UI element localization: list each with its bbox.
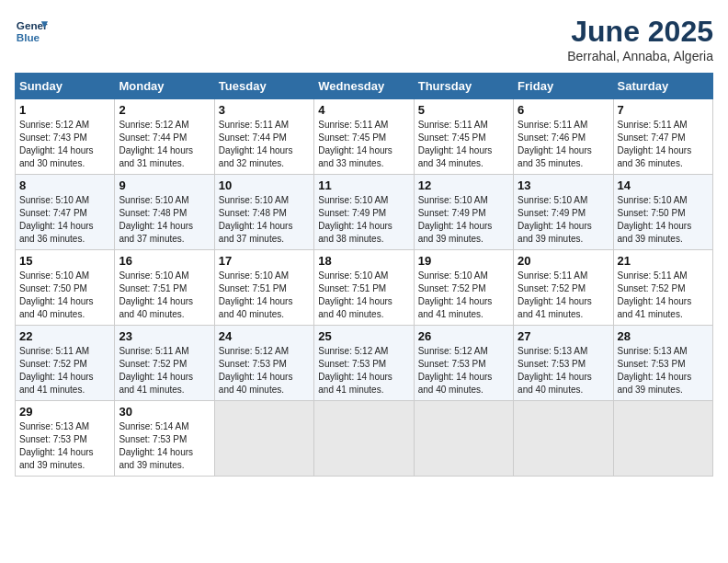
weekday-header-thursday: Thursday bbox=[414, 74, 513, 99]
day-number: 2 bbox=[119, 103, 210, 117]
calendar-week-5: 29 Sunrise: 5:13 AMSunset: 7:53 PMDaylig… bbox=[16, 401, 713, 477]
weekday-header-tuesday: Tuesday bbox=[214, 74, 313, 99]
day-number: 8 bbox=[19, 178, 110, 192]
calendar-cell bbox=[314, 401, 414, 477]
day-number: 21 bbox=[618, 254, 709, 268]
calendar-cell: 5 Sunrise: 5:11 AMSunset: 7:45 PMDayligh… bbox=[414, 99, 513, 175]
day-detail: Sunrise: 5:12 AMSunset: 7:44 PMDaylight:… bbox=[119, 119, 210, 170]
calendar-cell: 7 Sunrise: 5:11 AMSunset: 7:47 PMDayligh… bbox=[613, 99, 712, 175]
calendar-cell: 21 Sunrise: 5:11 AMSunset: 7:52 PMDaylig… bbox=[613, 250, 712, 326]
day-number: 30 bbox=[119, 405, 210, 419]
day-detail: Sunrise: 5:10 AMSunset: 7:50 PMDaylight:… bbox=[19, 270, 110, 321]
day-number: 23 bbox=[119, 329, 210, 343]
day-number: 16 bbox=[119, 254, 210, 268]
calendar-cell: 11 Sunrise: 5:10 AMSunset: 7:49 PMDaylig… bbox=[314, 175, 414, 250]
calendar-cell: 29 Sunrise: 5:13 AMSunset: 7:53 PMDaylig… bbox=[16, 401, 115, 477]
day-number: 5 bbox=[418, 103, 509, 117]
calendar-cell: 23 Sunrise: 5:11 AMSunset: 7:52 PMDaylig… bbox=[115, 326, 214, 401]
day-detail: Sunrise: 5:10 AMSunset: 7:52 PMDaylight:… bbox=[418, 270, 509, 321]
location: Berrahal, Annaba, Algeria bbox=[567, 49, 713, 63]
day-number: 13 bbox=[518, 178, 609, 192]
calendar-cell: 14 Sunrise: 5:10 AMSunset: 7:50 PMDaylig… bbox=[613, 175, 712, 250]
calendar-cell: 19 Sunrise: 5:10 AMSunset: 7:52 PMDaylig… bbox=[414, 250, 513, 326]
day-detail: Sunrise: 5:10 AMSunset: 7:50 PMDaylight:… bbox=[618, 194, 709, 246]
day-detail: Sunrise: 5:11 AMSunset: 7:52 PMDaylight:… bbox=[618, 270, 709, 321]
day-number: 28 bbox=[618, 329, 709, 343]
day-number: 17 bbox=[219, 254, 310, 268]
day-number: 10 bbox=[219, 178, 310, 192]
day-detail: Sunrise: 5:12 AMSunset: 7:43 PMDaylight:… bbox=[19, 119, 110, 170]
calendar-cell: 25 Sunrise: 5:12 AMSunset: 7:53 PMDaylig… bbox=[314, 326, 414, 401]
day-number: 12 bbox=[418, 178, 509, 192]
day-detail: Sunrise: 5:11 AMSunset: 7:52 PMDaylight:… bbox=[518, 270, 609, 321]
day-number: 26 bbox=[418, 329, 509, 343]
weekday-header-saturday: Saturday bbox=[613, 74, 712, 99]
day-detail: Sunrise: 5:12 AMSunset: 7:53 PMDaylight:… bbox=[219, 345, 310, 396]
calendar-week-4: 22 Sunrise: 5:11 AMSunset: 7:52 PMDaylig… bbox=[16, 326, 713, 401]
day-number: 7 bbox=[618, 103, 709, 117]
weekday-header-friday: Friday bbox=[514, 74, 613, 99]
day-detail: Sunrise: 5:13 AMSunset: 7:53 PMDaylight:… bbox=[19, 420, 110, 472]
day-detail: Sunrise: 5:10 AMSunset: 7:51 PMDaylight:… bbox=[119, 270, 210, 321]
day-number: 27 bbox=[518, 329, 609, 343]
day-detail: Sunrise: 5:12 AMSunset: 7:53 PMDaylight:… bbox=[418, 345, 509, 396]
calendar-cell: 18 Sunrise: 5:10 AMSunset: 7:51 PMDaylig… bbox=[314, 250, 414, 326]
day-number: 20 bbox=[518, 254, 609, 268]
weekday-header-wednesday: Wednesday bbox=[314, 74, 414, 99]
weekday-header-sunday: Sunday bbox=[16, 74, 115, 99]
day-number: 24 bbox=[219, 329, 310, 343]
calendar-cell: 26 Sunrise: 5:12 AMSunset: 7:53 PMDaylig… bbox=[414, 326, 513, 401]
day-number: 4 bbox=[318, 103, 409, 117]
calendar-week-1: 1 Sunrise: 5:12 AMSunset: 7:43 PMDayligh… bbox=[16, 99, 713, 175]
title-block: June 2025 Berrahal, Annaba, Algeria bbox=[567, 15, 713, 63]
day-detail: Sunrise: 5:14 AMSunset: 7:53 PMDaylight:… bbox=[119, 420, 210, 472]
day-number: 1 bbox=[19, 103, 110, 117]
day-detail: Sunrise: 5:13 AMSunset: 7:53 PMDaylight:… bbox=[618, 345, 709, 396]
svg-text:General: General bbox=[17, 19, 48, 31]
day-number: 3 bbox=[219, 103, 310, 117]
calendar-cell: 1 Sunrise: 5:12 AMSunset: 7:43 PMDayligh… bbox=[16, 99, 115, 175]
month-title: June 2025 bbox=[567, 15, 713, 49]
day-detail: Sunrise: 5:11 AMSunset: 7:45 PMDaylight:… bbox=[418, 119, 509, 170]
day-number: 11 bbox=[318, 178, 409, 192]
day-detail: Sunrise: 5:10 AMSunset: 7:49 PMDaylight:… bbox=[418, 194, 509, 246]
weekday-header-monday: Monday bbox=[115, 74, 214, 99]
day-detail: Sunrise: 5:10 AMSunset: 7:51 PMDaylight:… bbox=[219, 270, 310, 321]
day-detail: Sunrise: 5:11 AMSunset: 7:52 PMDaylight:… bbox=[19, 345, 110, 396]
day-number: 14 bbox=[618, 178, 709, 192]
day-detail: Sunrise: 5:10 AMSunset: 7:51 PMDaylight:… bbox=[318, 270, 409, 321]
calendar-cell bbox=[214, 401, 313, 477]
calendar-cell: 17 Sunrise: 5:10 AMSunset: 7:51 PMDaylig… bbox=[214, 250, 313, 326]
calendar-cell: 24 Sunrise: 5:12 AMSunset: 7:53 PMDaylig… bbox=[214, 326, 313, 401]
calendar-cell: 8 Sunrise: 5:10 AMSunset: 7:47 PMDayligh… bbox=[16, 175, 115, 250]
calendar-cell: 2 Sunrise: 5:12 AMSunset: 7:44 PMDayligh… bbox=[115, 99, 214, 175]
calendar-cell: 12 Sunrise: 5:10 AMSunset: 7:49 PMDaylig… bbox=[414, 175, 513, 250]
day-number: 29 bbox=[19, 405, 110, 419]
day-number: 15 bbox=[19, 254, 110, 268]
calendar-cell: 10 Sunrise: 5:10 AMSunset: 7:48 PMDaylig… bbox=[214, 175, 313, 250]
logo: General Blue bbox=[15, 15, 48, 48]
calendar-cell: 30 Sunrise: 5:14 AMSunset: 7:53 PMDaylig… bbox=[115, 401, 214, 477]
calendar-cell: 6 Sunrise: 5:11 AMSunset: 7:46 PMDayligh… bbox=[514, 99, 613, 175]
day-detail: Sunrise: 5:11 AMSunset: 7:47 PMDaylight:… bbox=[618, 119, 709, 170]
day-detail: Sunrise: 5:12 AMSunset: 7:53 PMDaylight:… bbox=[318, 345, 409, 396]
calendar-table: SundayMondayTuesdayWednesdayThursdayFrid… bbox=[15, 73, 713, 477]
calendar-week-3: 15 Sunrise: 5:10 AMSunset: 7:50 PMDaylig… bbox=[16, 250, 713, 326]
day-detail: Sunrise: 5:11 AMSunset: 7:45 PMDaylight:… bbox=[318, 119, 409, 170]
day-number: 25 bbox=[318, 329, 409, 343]
calendar-cell: 15 Sunrise: 5:10 AMSunset: 7:50 PMDaylig… bbox=[16, 250, 115, 326]
calendar-cell: 28 Sunrise: 5:13 AMSunset: 7:53 PMDaylig… bbox=[613, 326, 712, 401]
weekday-header-row: SundayMondayTuesdayWednesdayThursdayFrid… bbox=[16, 74, 713, 99]
day-detail: Sunrise: 5:11 AMSunset: 7:44 PMDaylight:… bbox=[219, 119, 310, 170]
day-detail: Sunrise: 5:10 AMSunset: 7:49 PMDaylight:… bbox=[518, 194, 609, 246]
calendar-cell bbox=[613, 401, 712, 477]
calendar-cell: 3 Sunrise: 5:11 AMSunset: 7:44 PMDayligh… bbox=[214, 99, 313, 175]
logo-icon: General Blue bbox=[15, 15, 48, 48]
day-detail: Sunrise: 5:10 AMSunset: 7:47 PMDaylight:… bbox=[19, 194, 110, 246]
day-number: 22 bbox=[19, 329, 110, 343]
page-header: General Blue June 2025 Berrahal, Annaba,… bbox=[15, 15, 713, 63]
day-detail: Sunrise: 5:11 AMSunset: 7:46 PMDaylight:… bbox=[518, 119, 609, 170]
day-detail: Sunrise: 5:10 AMSunset: 7:48 PMDaylight:… bbox=[119, 194, 210, 246]
calendar-cell bbox=[514, 401, 613, 477]
day-detail: Sunrise: 5:10 AMSunset: 7:49 PMDaylight:… bbox=[318, 194, 409, 246]
